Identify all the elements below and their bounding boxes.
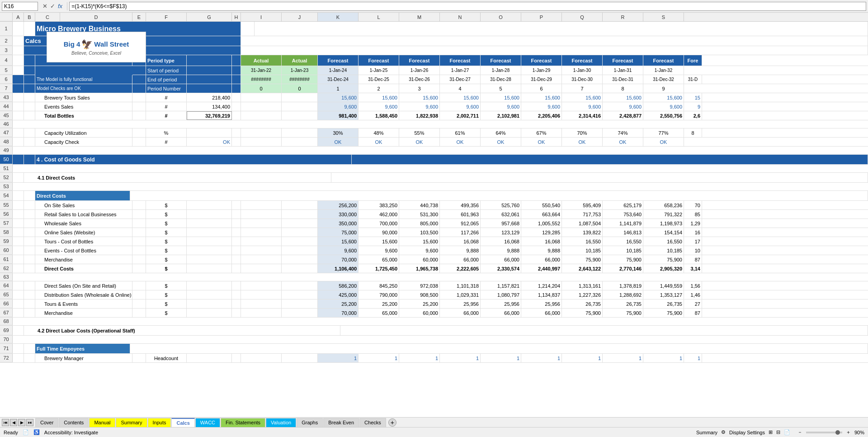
cell-O64[interactable]: 1,157,821 [481, 281, 521, 290]
cell-I58[interactable] [241, 228, 282, 237]
cell-G4[interactable] [187, 55, 232, 66]
cell-A44[interactable] [13, 102, 24, 111]
cell-Q61[interactable]: 75,900 [562, 255, 603, 264]
tab-wacc[interactable]: WACC [195, 418, 220, 427]
cell-L48[interactable]: OK [359, 138, 399, 146]
cell-J67[interactable] [282, 309, 318, 317]
cell-N47[interactable]: 61% [440, 128, 481, 137]
cell-F58-unit[interactable]: $ [146, 228, 187, 237]
cell-K58[interactable]: 75,000 [318, 228, 359, 237]
cell-A7[interactable] [13, 84, 24, 93]
fx-icon[interactable]: fx [58, 3, 62, 10]
cell-Q67[interactable]: 75,900 [562, 309, 603, 317]
cell-A66[interactable] [13, 299, 24, 308]
cell-J47[interactable] [282, 128, 318, 137]
cell-S7-pnum[interactable]: 9 [643, 84, 684, 93]
cell-C44-label[interactable]: Events Sales [35, 102, 132, 111]
cell-C59-label[interactable]: Tours - Cost of Bottles [35, 237, 132, 246]
cell-O44[interactable]: 9,600 [481, 102, 521, 111]
cell-N66[interactable]: 25,956 [440, 299, 481, 308]
cell-N64[interactable]: 1,101,318 [440, 281, 481, 290]
cell-L64[interactable]: 845,250 [359, 281, 399, 290]
cell-C72-label[interactable]: Brewery Manager [35, 354, 132, 362]
display-settings-icon[interactable]: ⚙ [721, 429, 726, 435]
cell-E60[interactable] [132, 246, 146, 255]
cell-F55-unit[interactable]: $ [146, 201, 187, 209]
col-H[interactable]: H [232, 13, 241, 21]
cell-F61-unit[interactable]: $ [146, 255, 187, 264]
cell-B60[interactable] [24, 246, 35, 255]
cell-P57[interactable]: 1,005,552 [521, 219, 562, 228]
cell-S56[interactable]: 791,322 [643, 210, 684, 218]
cell-E7[interactable] [132, 84, 146, 93]
cell-K56[interactable]: 330,000 [318, 210, 359, 218]
cell-G58[interactable] [187, 228, 232, 237]
cell-E72[interactable] [132, 354, 146, 362]
cell-G61[interactable] [187, 255, 232, 264]
cell-P48[interactable]: OK [521, 138, 562, 146]
cell-B1[interactable] [24, 22, 35, 36]
cell-M66[interactable]: 25,200 [399, 299, 440, 308]
cell-C48-label[interactable]: Capacity Check [35, 138, 132, 146]
cell-T65[interactable]: 1,46 [684, 290, 702, 299]
cell-F5-startlabel[interactable]: Start of period [146, 66, 187, 75]
cell-A57[interactable] [13, 219, 24, 228]
cell-T58[interactable]: 16 [684, 228, 702, 237]
cell-L66[interactable]: 25,200 [359, 299, 399, 308]
col-S[interactable]: S [643, 13, 684, 21]
cell-S58[interactable]: 154,154 [643, 228, 684, 237]
cell-R44[interactable]: 9,600 [603, 102, 643, 111]
cell-P66[interactable]: 25,956 [521, 299, 562, 308]
tab-checks[interactable]: Checks [359, 418, 386, 427]
cell-M47[interactable]: 55% [399, 128, 440, 137]
cell-L67[interactable]: 65,000 [359, 309, 399, 317]
cell-C50-section[interactable]: 4 . Cost of Goods Sold [35, 155, 352, 164]
cell-Q59[interactable]: 16,550 [562, 237, 603, 246]
tab-graphs[interactable]: Graphs [297, 418, 323, 427]
cell-rest-3[interactable] [241, 46, 868, 55]
cell-O56[interactable]: 632,061 [481, 210, 521, 218]
tab-valuation[interactable]: Valuation [266, 418, 296, 427]
cell-C71-fte[interactable]: Full Time Empoyees [35, 344, 130, 353]
cell-R56[interactable]: 753,640 [603, 210, 643, 218]
cell-T62[interactable]: 3,14 [684, 264, 702, 273]
cell-G55[interactable] [187, 201, 232, 209]
cell-M59[interactable]: 15,600 [399, 237, 440, 246]
cell-J65[interactable] [282, 290, 318, 299]
tab-nav-first[interactable]: ⏮ [2, 419, 9, 426]
cell-B43[interactable] [24, 93, 35, 102]
cell-M72[interactable]: 1 [399, 354, 440, 362]
cell-K47[interactable]: 30% [318, 128, 359, 137]
cell-L7-pnum[interactable]: 2 [359, 84, 399, 93]
cell-O60[interactable]: 9,888 [481, 246, 521, 255]
cell-M4-f3[interactable]: Forecast [399, 55, 440, 66]
cell-K64[interactable]: 586,200 [318, 281, 359, 290]
cell-R7-pnum[interactable]: 8 [603, 84, 643, 93]
cell-C7-check[interactable]: Model Checks are OK [35, 84, 132, 93]
cell-G48-ok[interactable]: OK [187, 138, 232, 146]
cell-M65[interactable]: 908,500 [399, 290, 440, 299]
cell-T60[interactable]: 10 [684, 246, 702, 255]
tab-add-btn[interactable]: + [388, 418, 396, 427]
cell-A67[interactable] [13, 309, 24, 317]
cell-H6[interactable] [232, 75, 241, 84]
cell-G47[interactable] [187, 128, 232, 137]
cell-L45[interactable]: 1,588,450 [359, 111, 399, 120]
cell-A45[interactable] [13, 111, 24, 120]
cell-B6[interactable] [24, 75, 35, 84]
cell-A1[interactable] [13, 22, 24, 36]
cell-rest-54[interactable] [130, 191, 868, 200]
cell-M56[interactable]: 531,300 [399, 210, 440, 218]
cell-Q64[interactable]: 1,313,161 [562, 281, 603, 290]
cell-F59-unit[interactable]: $ [146, 237, 187, 246]
normal-view-icon[interactable]: ⊟ [776, 429, 780, 435]
cell-B55[interactable] [24, 201, 35, 209]
cell-B5[interactable] [24, 66, 35, 75]
cell-B64[interactable] [24, 281, 35, 290]
cell-O5-date[interactable]: 1-Jan-28 [481, 66, 521, 75]
cell-E47[interactable] [132, 128, 146, 137]
cell-S44[interactable]: 9,600 [643, 102, 684, 111]
cell-M55[interactable]: 440,738 [399, 201, 440, 209]
cell-P64[interactable]: 1,214,204 [521, 281, 562, 290]
cell-P7-pnum[interactable]: 6 [521, 84, 562, 93]
